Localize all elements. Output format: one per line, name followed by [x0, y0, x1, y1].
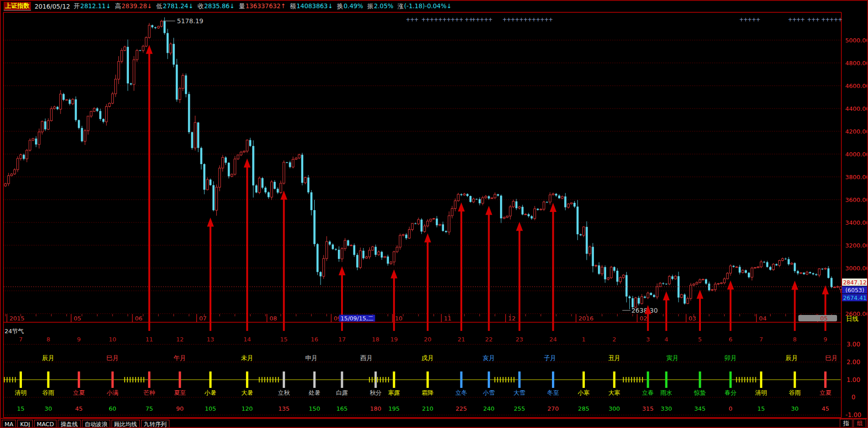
indicator-tab-九转序列[interactable]: 九转序列 [141, 420, 169, 428]
candle-body-down [23, 155, 25, 159]
term-bar [313, 371, 316, 388]
candle-body-down [671, 276, 674, 279]
candle-body-down [665, 284, 668, 284]
term-number: 2 [613, 336, 616, 343]
candle-body-up [754, 268, 756, 268]
candle-body-down [616, 271, 618, 282]
term-degree: 30 [791, 405, 799, 412]
quote-field-开: 开2812.11↓ [74, 2, 111, 10]
candle-body-up [90, 111, 92, 116]
period-label[interactable]: 日线 [846, 315, 858, 322]
field-label: 额 [290, 2, 296, 10]
solar-term-arrow-head [696, 290, 703, 299]
candle-body-up [179, 88, 181, 100]
candle-body-down [821, 269, 823, 269]
term-name: 立冬 [455, 389, 467, 396]
term-name: 立夏 [73, 389, 85, 396]
candle-body-down [684, 294, 686, 304]
term-degree: 225 [456, 405, 467, 412]
top-bar-fields: 开2812.11↓高2839.28↓低2781.24↓收2835.86↓量136… [74, 2, 452, 10]
candle-body-up [647, 293, 649, 298]
field-value: 136337632↑ [245, 2, 286, 10]
solar-term-arrow-tail [488, 215, 490, 331]
price-axis-label: 3400.00 [845, 219, 868, 226]
term-number: 7 [759, 336, 763, 343]
scrollbar-thumb[interactable] [798, 315, 837, 321]
candle-body-up [806, 272, 808, 274]
candle-body-up [824, 268, 827, 269]
candle-body-up [87, 116, 89, 131]
candle-body-down [387, 257, 389, 264]
indicator-tab-MACD[interactable]: MACD [34, 420, 56, 428]
candle-body-down [313, 210, 316, 244]
branch-month-label: 丑月 [608, 354, 620, 361]
candle-body-up [589, 247, 591, 254]
candle-body-down [516, 201, 518, 208]
term-bar [112, 371, 114, 388]
term-number: 20 [424, 336, 432, 343]
candle-body-up [833, 287, 836, 288]
indicator-tab-自动波浪[interactable]: 自动波浪 [82, 420, 110, 428]
indicator-tab-顾比均线[interactable]: 顾比均线 [112, 420, 140, 428]
term-bar [760, 371, 762, 388]
candle-body-down [99, 111, 102, 119]
indicator-tab-MA[interactable]: MA [2, 420, 16, 428]
term-degree: 45 [822, 405, 829, 412]
field-value: 2812.11↓ [80, 2, 111, 10]
term-name: 处暑 [309, 389, 321, 396]
solar-term-arrow-head [550, 203, 557, 212]
candle-body-down [573, 203, 576, 206]
term-name: 立春 [642, 389, 654, 396]
term-name: 惊蛰 [694, 389, 706, 396]
candle-body-down [255, 186, 258, 193]
candle-body-up [234, 159, 236, 175]
term-bar [148, 371, 150, 388]
term-number: 5 [698, 336, 702, 343]
term-degree: 60 [109, 405, 117, 412]
candle-body-down [776, 264, 778, 266]
field-value: 2781.24↓ [163, 2, 194, 10]
indicator-tab-KDJ[interactable]: KDJ [17, 420, 33, 428]
candle-body-up [365, 257, 368, 258]
candle-body-down [414, 223, 417, 224]
indicator-button[interactable]: 指 [840, 419, 853, 428]
candle-body-up [60, 94, 62, 109]
branch-month-label: 辰月 [786, 354, 798, 361]
candle-body-up [659, 283, 661, 287]
symbol-name[interactable]: 上证指数 [4, 2, 31, 10]
candle-body-up [219, 168, 221, 187]
term-bar [393, 371, 395, 388]
subpanel-axis-label: 2.00 [847, 358, 860, 366]
candle-body-down [420, 220, 423, 232]
candle-body-up [723, 279, 725, 283]
indicator-tab-操盘线[interactable]: 操盘线 [58, 420, 81, 428]
candle-body-down [531, 216, 533, 218]
term-number: 12 [176, 336, 184, 343]
candle-body-down [500, 196, 502, 218]
branch-month-label: 子月 [544, 354, 556, 361]
candle-body-down [75, 99, 77, 120]
term-bar [341, 371, 343, 388]
candle-body-up [66, 100, 68, 100]
branch-month-label: 酉月 [360, 354, 373, 361]
td-sequence-plus-icon: + [801, 16, 805, 23]
quote-field-收: 收2835.86↓ [198, 2, 235, 10]
candle-body-up [378, 252, 380, 255]
solar-term-arrow-head [424, 233, 431, 242]
candle-body-down [638, 298, 640, 304]
price-axis-label: 4000.00 [845, 151, 868, 158]
candle-body-up [552, 194, 554, 195]
term-degree: 135 [278, 405, 290, 412]
term-degree: 300 [608, 405, 620, 412]
term-name: 小寒 [577, 389, 590, 396]
candle-body-down [320, 272, 322, 277]
candle-body-down [564, 196, 567, 207]
term-bar [665, 371, 668, 388]
candle-body-up [142, 46, 144, 51]
solar-term-arrow-head [485, 206, 492, 215]
term-degree: 45 [75, 405, 83, 412]
candle-body-down [163, 21, 166, 33]
candle-body-down [151, 25, 153, 27]
candle-body-up [326, 242, 328, 258]
group-button[interactable]: 组 [853, 419, 866, 428]
